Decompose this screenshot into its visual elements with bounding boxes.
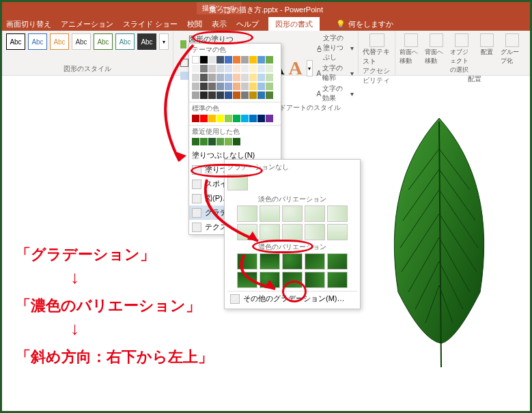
leaf-shape[interactable] [361,115,518,374]
color-swatch[interactable] [200,83,208,90]
color-swatch[interactable] [233,83,240,90]
color-swatch[interactable] [266,65,273,72]
color-swatch[interactable] [208,138,216,145]
gradient-option[interactable] [327,224,348,240]
color-swatch[interactable] [266,56,273,63]
gradient-option[interactable] [260,224,280,240]
shape-style[interactable]: Abc [72,33,91,50]
gradient-option[interactable] [305,205,325,222]
gradient-option[interactable] [305,272,325,288]
color-swatch[interactable] [257,83,265,90]
color-swatch[interactable] [241,74,249,81]
color-swatch[interactable] [257,74,265,81]
gradient-option[interactable] [327,205,348,222]
gradient-option[interactable] [305,253,325,270]
gradient-option[interactable] [260,205,280,222]
shape-style[interactable]: Abc [6,33,25,50]
selection-pane[interactable]: オブジェクトの選択 [450,33,473,74]
shape-styles-more[interactable]: ▾ [159,33,169,50]
color-swatch[interactable] [233,56,240,63]
alt-text-button[interactable]: 代替テキスト [363,33,391,66]
color-swatch[interactable] [192,56,199,63]
align[interactable]: 配置 [475,33,499,74]
color-swatch[interactable] [200,115,208,122]
color-swatch[interactable] [192,138,199,145]
theme-tint-row[interactable] [192,83,278,90]
color-swatch[interactable] [257,65,265,72]
theme-tint-row[interactable] [192,91,278,99]
gradient-option[interactable] [260,272,280,288]
gradient-none[interactable] [227,174,248,190]
text-effect[interactable]: A文字の効果▾ [317,84,354,103]
color-swatch[interactable] [192,83,199,90]
standard-color-row[interactable] [192,115,278,122]
recent-color-row[interactable] [192,138,278,145]
color-swatch[interactable] [216,74,224,81]
color-swatch[interactable] [200,65,208,72]
color-swatch[interactable] [225,138,232,145]
gradient-option[interactable] [327,253,348,270]
tab-help[interactable]: ヘルプ [236,19,259,29]
color-swatch[interactable] [241,65,249,72]
gradient-option[interactable] [282,224,303,240]
tab-slideshow[interactable]: スライド ショー [123,19,178,29]
shape-style[interactable]: Abc [137,33,156,50]
color-swatch[interactable] [241,91,249,99]
gradient-option[interactable] [282,205,303,222]
theme-color-row[interactable] [192,56,278,63]
color-swatch[interactable] [249,83,257,90]
color-swatch[interactable] [225,65,232,72]
group-btn[interactable]: グループ化 [501,33,524,74]
tab-view[interactable]: 表示 [212,19,227,29]
color-swatch[interactable] [200,74,208,81]
shape-style[interactable]: Abc [94,33,113,50]
color-swatch[interactable] [257,56,265,63]
color-swatch[interactable] [208,56,216,63]
color-swatch[interactable] [233,115,240,122]
color-swatch[interactable] [192,115,199,122]
color-swatch[interactable] [266,83,273,90]
color-swatch[interactable] [216,91,224,99]
color-swatch[interactable] [192,74,199,81]
color-swatch[interactable] [200,138,208,145]
text-fill[interactable]: A̲文字の塗りつぶし▾ [317,33,354,62]
color-swatch[interactable] [216,56,224,63]
color-swatch[interactable] [208,91,216,99]
gradient-option[interactable] [282,253,303,270]
color-swatch[interactable] [208,115,216,122]
more-gradients[interactable]: その他のグラデーション(M)… [227,291,357,306]
tell-me[interactable]: 💡何をしますか [336,19,393,29]
color-swatch[interactable] [200,91,208,99]
wordart-more[interactable]: ▾ [307,60,313,76]
gradient-option[interactable] [260,253,280,270]
color-swatch[interactable] [208,83,216,90]
color-swatch[interactable] [200,56,208,63]
shape-style[interactable]: Abc [50,33,69,50]
color-swatch[interactable] [233,91,240,99]
color-swatch[interactable] [216,138,224,145]
tab-review[interactable]: 校閲 [187,19,202,29]
color-swatch[interactable] [225,56,232,63]
color-swatch[interactable] [249,56,257,63]
gradient-option[interactable] [282,272,303,288]
bring-forward[interactable]: 前面へ移動 [400,33,423,74]
color-swatch[interactable] [249,74,257,81]
color-swatch[interactable] [208,74,216,81]
tab-transitions[interactable]: 画面切り替え [6,19,51,29]
color-swatch[interactable] [225,91,232,99]
color-swatch[interactable] [241,115,249,122]
theme-tint-row[interactable] [192,65,278,72]
color-swatch[interactable] [216,83,224,90]
color-swatch[interactable] [216,65,224,72]
color-swatch[interactable] [241,83,249,90]
color-swatch[interactable] [266,91,273,99]
gradient-option[interactable] [237,205,257,222]
gradient-option[interactable] [237,253,257,270]
color-swatch[interactable] [192,91,199,99]
shape-style[interactable]: Abc [115,33,135,50]
shape-style[interactable]: Abc [28,33,47,50]
color-swatch[interactable] [249,65,257,72]
color-swatch[interactable] [233,74,240,81]
tab-shape-format[interactable]: 図形の書式 [268,17,320,31]
gradient-option[interactable] [237,224,257,240]
